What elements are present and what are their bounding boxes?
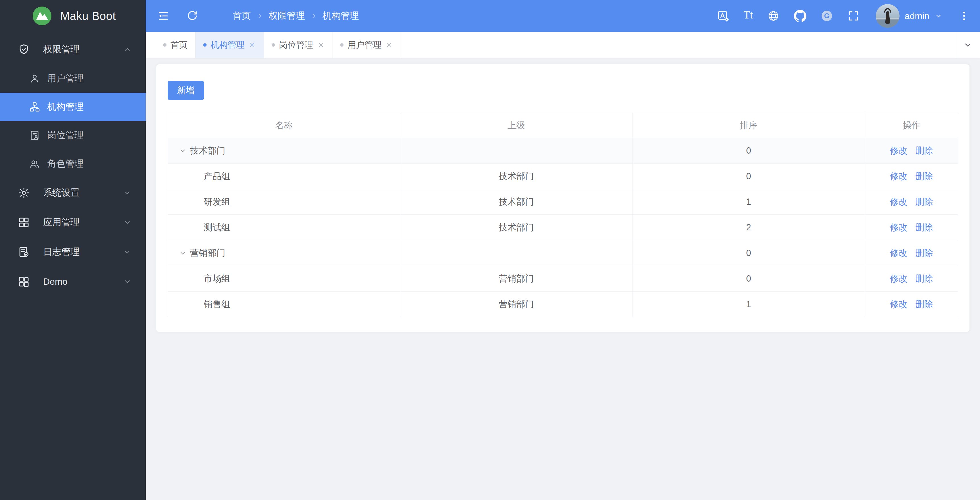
tab-label: 机构管理 [210, 39, 245, 51]
globe-icon[interactable] [767, 10, 780, 22]
cell-sort: 1 [633, 189, 865, 215]
cell-name: 产品组 [168, 163, 400, 189]
expand-arrow-icon[interactable] [179, 249, 187, 257]
refresh-icon[interactable] [186, 10, 199, 22]
cell-parent [400, 240, 633, 266]
sidebar-item-logs[interactable]: 日志管理 [0, 237, 146, 267]
app-title: Maku Boot [60, 10, 116, 22]
tab-status-dot [272, 43, 275, 46]
org-chart-icon [29, 101, 40, 113]
sidebar-menu: 权限管理用户管理机构管理岗位管理角色管理系统设置应用管理日志管理Demo [0, 32, 146, 296]
breadcrumb-item[interactable]: 首页 [233, 10, 251, 22]
close-icon[interactable] [386, 41, 393, 49]
cell-name: 测试组 [168, 215, 400, 240]
github-icon[interactable] [794, 10, 807, 22]
fullscreen-icon[interactable] [847, 10, 860, 22]
user-menu[interactable]: admin [876, 4, 942, 28]
avatar [876, 4, 900, 28]
sidebar-item-label: 用户管理 [47, 72, 84, 85]
sidebar-item-post[interactable]: 岗位管理 [0, 121, 146, 150]
delete-link[interactable]: 删除 [915, 299, 933, 309]
org-name: 营销部门 [190, 247, 225, 259]
cell-sort: 1 [633, 292, 865, 317]
sidebar-item-apps[interactable]: 应用管理 [0, 208, 146, 237]
chevron-right-icon [256, 12, 263, 20]
edit-link[interactable]: 修改 [889, 197, 907, 207]
roles-icon [29, 158, 40, 169]
log-doc-icon [18, 246, 30, 258]
sidebar-item-label: 角色管理 [47, 158, 84, 170]
breadcrumb-item: 机构管理 [323, 10, 359, 22]
column-header: 上级 [400, 113, 633, 138]
sidebar-item-org[interactable]: 机构管理 [0, 93, 146, 121]
font-size-icon[interactable]: Tt [744, 10, 753, 22]
svg-text:G: G [824, 12, 829, 20]
org-name: 研发组 [204, 196, 230, 208]
delete-link[interactable]: 删除 [915, 273, 933, 284]
sidebar-item-label: 权限管理 [43, 43, 80, 56]
expand-arrow-icon[interactable] [179, 147, 187, 155]
tab-用户管理[interactable]: 用户管理 [332, 32, 401, 58]
cell-actions: 修改删除 [865, 266, 958, 292]
sidebar-item-label: 日志管理 [43, 246, 80, 258]
close-icon[interactable] [249, 41, 256, 49]
cell-sort: 0 [633, 266, 865, 292]
cell-parent [400, 138, 633, 163]
gitee-icon[interactable]: G [821, 10, 833, 22]
add-button[interactable]: 新增 [168, 81, 204, 100]
sidebar-item-label: 岗位管理 [47, 129, 84, 142]
edit-link[interactable]: 修改 [889, 299, 907, 309]
sidebar-item-demo[interactable]: Demo [0, 267, 146, 296]
table-row: 销售组营销部门1修改删除 [168, 292, 958, 317]
cell-sort: 2 [633, 215, 865, 240]
app-logo-icon [32, 6, 52, 26]
cell-name: 技术部门 [168, 138, 400, 163]
topbar: 首页权限管理机构管理 Tt G admin [146, 0, 980, 32]
delete-link[interactable]: 删除 [915, 171, 933, 181]
user-icon [29, 73, 40, 84]
cell-parent: 技术部门 [400, 189, 633, 215]
translate-icon[interactable] [717, 10, 729, 22]
demo-grid-icon [18, 275, 30, 288]
more-options-icon[interactable] [958, 10, 970, 22]
close-icon[interactable] [317, 41, 325, 49]
sidebar-item-permission[interactable]: 权限管理 [0, 35, 146, 64]
org-name: 销售组 [204, 298, 230, 310]
chevron-down-icon [123, 218, 132, 227]
delete-link[interactable]: 删除 [915, 197, 933, 207]
cell-parent: 技术部门 [400, 163, 633, 189]
shield-check-icon [18, 43, 30, 56]
table-header-row: 名称上级排序操作 [168, 113, 958, 138]
tab-label: 首页 [170, 39, 188, 51]
cell-name: 研发组 [168, 189, 400, 215]
sidebar-item-users[interactable]: 用户管理 [0, 64, 146, 93]
tab-机构管理[interactable]: 机构管理 [196, 32, 264, 58]
tab-岗位管理[interactable]: 岗位管理 [264, 32, 332, 58]
delete-link[interactable]: 删除 [915, 145, 933, 156]
username: admin [905, 11, 929, 21]
edit-link[interactable]: 修改 [889, 222, 907, 232]
breadcrumb: 首页权限管理机构管理 [233, 10, 359, 22]
chevron-down-icon [123, 277, 132, 286]
app-logo[interactable]: Maku Boot [0, 0, 146, 32]
sidebar-item-system[interactable]: 系统设置 [0, 178, 146, 208]
content-area: 新增 名称上级排序操作 技术部门0修改删除产品组技术部门0修改删除研发组技术部门… [146, 58, 980, 500]
cell-actions: 修改删除 [865, 163, 958, 189]
sidebar-collapse-icon[interactable] [157, 10, 170, 22]
delete-link[interactable]: 删除 [915, 248, 933, 258]
edit-link[interactable]: 修改 [889, 248, 907, 258]
tab-首页[interactable]: 首页 [155, 32, 196, 58]
edit-link[interactable]: 修改 [889, 171, 907, 181]
chevron-down-icon [934, 12, 942, 20]
tabs: 首页机构管理岗位管理用户管理 [146, 32, 955, 58]
chevron-right-icon [310, 12, 317, 20]
tabs-dropdown-button[interactable] [955, 32, 980, 58]
delete-link[interactable]: 删除 [915, 222, 933, 232]
sidebar-item-role[interactable]: 角色管理 [0, 150, 146, 178]
cell-actions: 修改删除 [865, 292, 958, 317]
edit-link[interactable]: 修改 [889, 273, 907, 284]
tabbar: 首页机构管理岗位管理用户管理 [146, 32, 980, 58]
breadcrumb-item[interactable]: 权限管理 [269, 10, 305, 22]
edit-link[interactable]: 修改 [889, 145, 907, 156]
tab-label: 用户管理 [347, 39, 382, 51]
